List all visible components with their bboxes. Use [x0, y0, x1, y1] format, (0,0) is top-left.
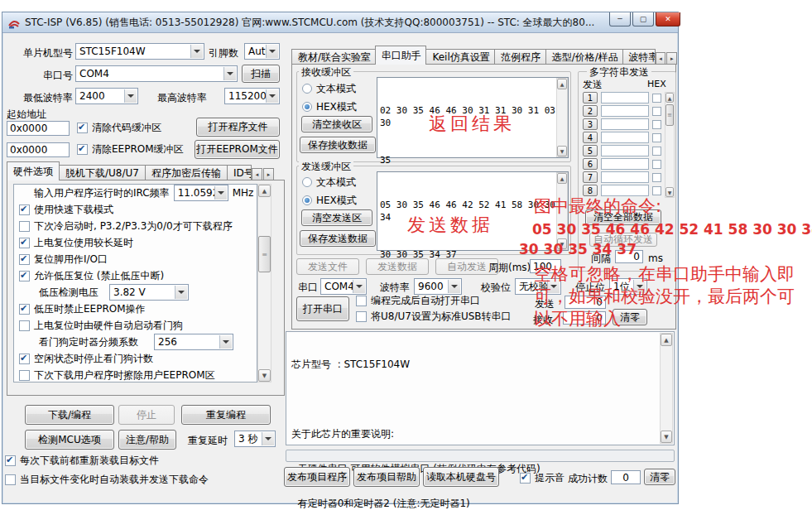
tab-id-number[interactable]: ID号	[227, 165, 252, 180]
clear-code-checkbox[interactable]: 清除代码缓冲区	[77, 122, 161, 133]
open-serial-port-button[interactable]: 打开串口	[296, 296, 349, 321]
open-program-file-button[interactable]: 打开程序文件	[196, 118, 280, 137]
multi-send-button[interactable]: 8	[583, 185, 598, 196]
checkbox-icon[interactable]	[520, 473, 531, 484]
option-eeprom-lv-disable[interactable]: 低压时禁止EEPROM操作	[14, 301, 257, 317]
lvd-voltage-select[interactable]: 3.82 V	[109, 284, 189, 301]
checkbox-icon[interactable]	[356, 311, 367, 322]
checkbox-icon[interactable]	[19, 271, 30, 281]
tab-example-code[interactable]: 范例程序	[494, 49, 546, 65]
option-fast-download[interactable]: 使用快速下载模式	[14, 201, 257, 218]
chevron-down-icon[interactable]	[448, 280, 460, 293]
checkbox-icon[interactable]	[5, 474, 16, 485]
receive-hex-mode-radio[interactable]: HEX模式	[302, 101, 357, 113]
chevron-down-icon[interactable]	[219, 335, 232, 349]
check-mcu-button[interactable]: 检测MCU选项	[25, 430, 114, 450]
tab-keil-simulation[interactable]: Keil仿真设置	[425, 49, 494, 65]
multi-send-button[interactable]: 4	[583, 132, 598, 143]
repeat-delay-select[interactable]: 3 秒	[234, 431, 276, 447]
title-bar[interactable]: STC-ISP (V6.85) (销售电话: 0513-55012928) 官网…	[2, 12, 678, 33]
radio-icon[interactable]	[302, 195, 312, 205]
download-program-button[interactable]: 下载/编程	[25, 405, 114, 425]
multi-send-button[interactable]: 2	[583, 105, 598, 117]
option-erase-eeprom-next[interactable]: 下次下载用户程序时擦除用户EEPROM区	[14, 367, 257, 382]
scroll-down-icon[interactable]: ▼	[557, 146, 567, 156]
tab-textbook-lab[interactable]: 教材/联合实验室	[291, 49, 376, 65]
tab-offline-download[interactable]: 脱机下载/U8/U7	[59, 165, 146, 180]
autoload-send-checkbox[interactable]: 当目标文件变化时自动装载并发送下载命令	[5, 474, 209, 485]
scroll-up-icon[interactable]: ▲	[665, 93, 674, 103]
option-reset-as-io[interactable]: 复位脚用作I/O口	[14, 251, 257, 267]
minimize-button[interactable]: ─	[609, 12, 631, 26]
close-button[interactable]: ✕	[656, 12, 680, 26]
multi-hex-checkbox[interactable]	[652, 107, 661, 116]
scan-button[interactable]: 扫描	[242, 65, 280, 83]
scroll-up-icon[interactable]: ▲	[258, 185, 271, 197]
multi-string-input[interactable]	[601, 132, 649, 143]
save-send-button[interactable]: 保存发送数据	[300, 230, 376, 247]
tab-selection-price[interactable]: 选型/价格/样品	[545, 49, 623, 65]
scroll-up-icon[interactable]: ▲	[557, 173, 567, 184]
auto-open-port-checkbox[interactable]: 编程完成后自动打开串口	[356, 295, 480, 306]
port-select[interactable]: COM4	[320, 278, 367, 295]
serial-port-select[interactable]: COM4	[75, 65, 238, 82]
radio-icon[interactable]	[302, 84, 312, 94]
radio-icon[interactable]	[302, 102, 312, 112]
clear-receive-button[interactable]: 清空接收区	[301, 116, 372, 132]
pin-count-select[interactable]: Auto	[244, 43, 280, 60]
read-disk-id-button[interactable]: 读取本机硬盘号	[423, 467, 499, 487]
clear-send-button[interactable]: 清空发送区	[301, 209, 372, 226]
help-button[interactable]: 注意/帮助	[118, 430, 176, 450]
multi-send-button[interactable]: 7	[583, 171, 598, 183]
checkbox-icon[interactable]	[19, 221, 30, 232]
multi-send-button[interactable]: 1	[583, 92, 598, 103]
chevron-down-icon[interactable]	[214, 186, 227, 200]
multi-string-input[interactable]	[601, 158, 649, 170]
clear-eeprom-checkbox[interactable]: 清除EEPROM缓冲区	[77, 143, 184, 155]
save-receive-button[interactable]: 保存接收数据	[300, 137, 376, 153]
multi-string-input[interactable]	[601, 105, 649, 117]
wdt-prescaler-select[interactable]: 256	[154, 334, 233, 350]
radio-icon[interactable]	[302, 177, 312, 187]
option-hw-watchdog[interactable]: 上电复位时由硬件自动启动看门狗	[14, 317, 257, 334]
receive-text-mode-radio[interactable]: 文本模式	[302, 83, 356, 94]
tab-baudrate[interactable]: 波特率	[622, 49, 656, 65]
repeat-program-button[interactable]: 重复编程	[181, 405, 271, 425]
multi-string-input[interactable]	[601, 92, 649, 103]
code-start-address-input[interactable]	[7, 121, 70, 136]
beep-checkbox[interactable]: 提示音	[520, 472, 565, 484]
option-idle-stop-wdt[interactable]: 空闲状态时停止看门狗计数	[14, 350, 257, 367]
multi-send-button[interactable]: 6	[583, 158, 598, 170]
multi-hex-checkbox[interactable]	[652, 147, 661, 156]
option-lvr-enable[interactable]: 允许低压复位 (禁止低压中断)	[14, 267, 257, 284]
scroll-up-icon[interactable]: ▲	[557, 79, 567, 89]
reload-target-checkbox[interactable]: 每次下载前都重新装载目标文件	[5, 455, 159, 466]
clear-success-count-button[interactable]: 清零	[644, 469, 675, 485]
send-hex-mode-radio[interactable]: HEX模式	[302, 195, 357, 206]
receive-scrollbar[interactable]: ▲ ▼	[556, 78, 568, 157]
tab-serial-assistant[interactable]: 串口助手	[375, 46, 427, 65]
send-text-mode-radio[interactable]: 文本模式	[302, 176, 356, 188]
checkbox-icon[interactable]	[19, 238, 30, 248]
checkbox-icon[interactable]	[19, 254, 30, 265]
hardware-options-scrollbar[interactable]: ▲ ≡ ▼	[257, 184, 271, 382]
checkbox-icon[interactable]	[77, 123, 88, 133]
chevron-down-icon[interactable]	[353, 280, 365, 293]
multi-hex-checkbox[interactable]	[652, 160, 661, 169]
option-long-por-delay[interactable]: 上电复位使用较长延时	[14, 234, 257, 251]
maximize-button[interactable]: ▢	[632, 12, 654, 26]
checkbox-icon[interactable]	[19, 320, 30, 331]
multi-hex-checkbox[interactable]	[652, 186, 661, 195]
chevron-down-icon[interactable]	[175, 286, 187, 299]
tab-hardware-options[interactable]: 硬件选项	[7, 161, 60, 180]
multi-hex-checkbox[interactable]	[652, 120, 661, 129]
chevron-down-icon[interactable]	[262, 432, 274, 445]
chip-info-scrollbar[interactable]: ▲ ▼	[660, 333, 673, 444]
stop-button[interactable]: 停止	[118, 405, 175, 425]
multi-string-input[interactable]	[601, 118, 649, 130]
scroll-down-icon[interactable]: ▼	[665, 187, 674, 197]
irc-frequency-select[interactable]: 11.0592	[174, 185, 228, 201]
scrollbar-thumb[interactable]: ≡	[258, 236, 271, 272]
eeprom-start-address-input[interactable]	[7, 142, 70, 157]
chevron-down-icon[interactable]	[266, 45, 278, 58]
